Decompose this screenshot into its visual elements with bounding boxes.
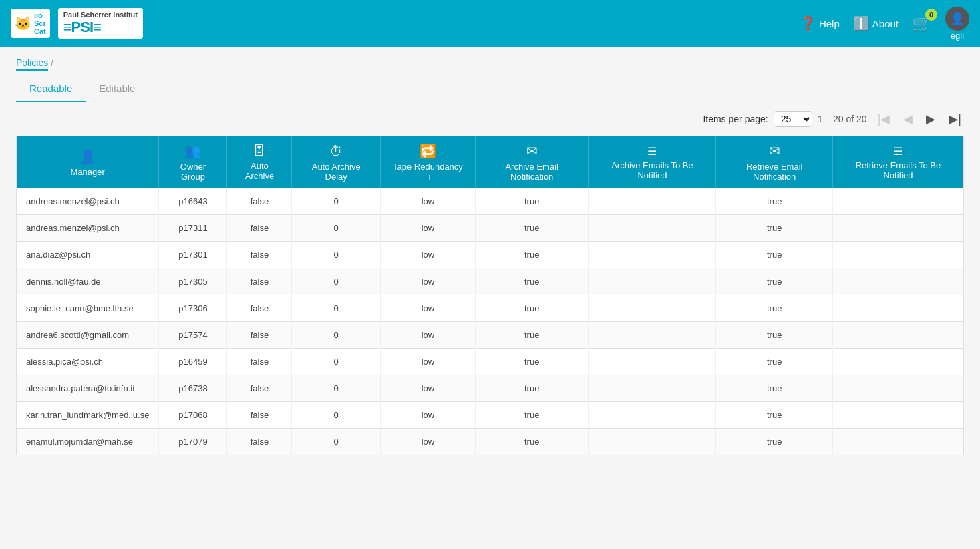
cell-auto_archive: false xyxy=(227,429,292,455)
cell-archive_emails_to_be_notified xyxy=(589,349,716,375)
cell-archive_emails_to_be_notified xyxy=(589,215,716,242)
items-per-page: Items per page: 10 25 50 100 ▾ xyxy=(703,111,809,127)
prev-page-button[interactable]: ◀ xyxy=(901,110,915,128)
sort-ascending-icon: ↑ xyxy=(427,172,431,182)
user-label: egli xyxy=(951,31,964,41)
col-header-retrieve-emails-notified[interactable]: ☰ Retrieve Emails To Be Notified xyxy=(832,136,963,189)
col-header-auto-archive[interactable]: 🗄 Auto Archive xyxy=(227,136,292,189)
tab-editable[interactable]: Editable xyxy=(86,76,148,102)
cell-retrieve_email_notification: true xyxy=(716,242,832,268)
archive-email-icon: ✉ xyxy=(484,143,581,159)
avatar-icon: 👤 xyxy=(950,11,965,26)
cell-retrieve_emails_to_be_notified xyxy=(832,429,963,455)
avatar[interactable]: 👤 xyxy=(945,7,969,31)
cell-auto_archive_delay: 0 xyxy=(292,268,381,295)
about-nav-item[interactable]: ℹ️ About xyxy=(853,15,899,31)
cell-owner_group: p16459 xyxy=(159,349,227,375)
cell-owner_group: p17574 xyxy=(159,322,227,349)
cell-auto_archive: false xyxy=(227,322,292,349)
help-label: Help xyxy=(819,18,840,29)
cell-auto_archive: false xyxy=(227,242,292,268)
help-nav-item[interactable]: ❓ Help xyxy=(800,15,840,31)
per-page-select[interactable]: 10 25 50 100 xyxy=(774,111,812,127)
cell-auto_archive: false xyxy=(227,349,292,375)
cell-archive_email_notification: true xyxy=(475,242,589,268)
cell-manager: karin.tran_lundmark@med.lu.se xyxy=(17,402,159,429)
col-header-manager[interactable]: 👤 Manager xyxy=(17,136,159,189)
owner-group-icon: 👥 xyxy=(167,143,218,159)
cell-auto_archive: false xyxy=(227,375,292,402)
psi-label: Paul Scherrer Institut≡PSI≡ xyxy=(63,11,138,36)
pagination-range: 1 – 20 of 20 xyxy=(818,114,867,124)
cell-retrieve_email_notification: true xyxy=(716,375,832,402)
scicat-label: iioSciCat xyxy=(34,11,46,35)
policies-table: 👤 Manager 👥 Owner Group 🗄 Auto Archive ⏱… xyxy=(16,136,964,455)
cell-retrieve_emails_to_be_notified xyxy=(832,402,963,429)
info-icon: ℹ️ xyxy=(853,15,870,31)
about-label: About xyxy=(872,18,899,29)
retrieve-email-icon: ✉ xyxy=(724,143,824,159)
cell-manager: andreas.menzel@psi.ch xyxy=(17,215,159,242)
cell-auto_archive: false xyxy=(227,295,292,322)
cell-owner_group: p17301 xyxy=(159,242,227,268)
cell-tape_redundancy: low xyxy=(381,375,476,402)
scicat-logo: 🐱 iioSciCat xyxy=(11,9,50,38)
cell-tape_redundancy: low xyxy=(381,268,476,295)
cell-auto_archive_delay: 0 xyxy=(292,429,381,455)
pagination-bar: Items per page: 10 25 50 100 ▾ 1 – 20 of… xyxy=(0,102,980,136)
cell-retrieve_email_notification: true xyxy=(716,402,832,429)
cell-tape_redundancy: low xyxy=(381,402,476,429)
cell-manager: alessandra.patera@to.infn.it xyxy=(17,375,159,402)
auto-archive-icon: 🗄 xyxy=(235,144,283,158)
col-header-auto-archive-delay[interactable]: ⏱ Auto Archive Delay xyxy=(292,136,381,189)
cell-auto_archive: false xyxy=(227,215,292,242)
cell-retrieve_emails_to_be_notified xyxy=(832,188,963,215)
col-header-archive-email-notification[interactable]: ✉ Archive Email Notification xyxy=(475,136,589,189)
last-page-button[interactable]: ▶| xyxy=(946,110,964,128)
col-header-owner-group[interactable]: 👥 Owner Group xyxy=(159,136,227,189)
next-page-button[interactable]: ▶ xyxy=(923,110,938,128)
cell-archive_email_notification: true xyxy=(475,402,589,429)
cell-archive_emails_to_be_notified xyxy=(589,242,716,268)
policies-table-container: 👤 Manager 👥 Owner Group 🗄 Auto Archive ⏱… xyxy=(0,136,980,472)
cell-manager: ana.diaz@psi.ch xyxy=(17,242,159,268)
user-menu[interactable]: 👤 egli xyxy=(945,7,969,41)
cell-archive_emails_to_be_notified xyxy=(589,375,716,402)
cell-manager: andrea6.scotti@gmail.com xyxy=(17,322,159,349)
tab-readable[interactable]: Readable xyxy=(16,76,86,102)
cell-retrieve_emails_to_be_notified xyxy=(832,295,963,322)
cell-retrieve_emails_to_be_notified xyxy=(832,242,963,268)
cell-retrieve_emails_to_be_notified xyxy=(832,322,963,349)
col-header-tape-redundancy[interactable]: 🔁 Tape Redundancy ↑ xyxy=(381,136,476,189)
cell-tape_redundancy: low xyxy=(381,295,476,322)
table-header-row: 👤 Manager 👥 Owner Group 🗄 Auto Archive ⏱… xyxy=(17,136,964,189)
table-body: andreas.menzel@psi.chp16643false0lowtrue… xyxy=(17,188,964,455)
psi-logo: Paul Scherrer Institut≡PSI≡ xyxy=(58,8,143,39)
col-header-archive-emails-notified[interactable]: ☰ Archive Emails To Be Notified xyxy=(589,136,716,189)
cell-manager: andreas.menzel@psi.ch xyxy=(17,188,159,215)
header-logos: 🐱 iioSciCat Paul Scherrer Institut≡PSI≡ xyxy=(11,8,143,39)
cell-retrieve_email_notification: true xyxy=(716,429,832,455)
table-row: dennis.noll@fau.dep17305false0lowtruetru… xyxy=(17,268,964,295)
col-header-retrieve-email-notification[interactable]: ✉ Retrieve Email Notification xyxy=(716,136,832,189)
cell-tape_redundancy: low xyxy=(381,429,476,455)
cell-archive_email_notification: true xyxy=(475,188,589,215)
auto-archive-delay-icon: ⏱ xyxy=(300,144,372,159)
cell-retrieve_email_notification: true xyxy=(716,322,832,349)
cell-retrieve_emails_to_be_notified xyxy=(832,349,963,375)
table-row: enamul.mojumdar@mah.sep17079false0lowtru… xyxy=(17,429,964,455)
cell-manager: dennis.noll@fau.de xyxy=(17,268,159,295)
header-nav: ❓ Help ℹ️ About 🛒 0 👤 egli xyxy=(800,7,969,41)
cell-tape_redundancy: low xyxy=(381,242,476,268)
cart-button[interactable]: 🛒 0 xyxy=(912,14,932,33)
cell-archive_email_notification: true xyxy=(475,322,589,349)
retrieve-emails-notified-icon: ☰ xyxy=(841,145,955,158)
cell-archive_emails_to_be_notified xyxy=(589,322,716,349)
cell-retrieve_email_notification: true xyxy=(716,268,832,295)
cell-auto_archive_delay: 0 xyxy=(292,242,381,268)
first-page-button[interactable]: |◀ xyxy=(875,110,893,128)
tape-redundancy-icon: 🔁 xyxy=(389,143,467,159)
cell-retrieve_emails_to_be_notified xyxy=(832,375,963,402)
breadcrumb-policies[interactable]: Policies xyxy=(16,57,48,71)
table-row: andreas.menzel@psi.chp17311false0lowtrue… xyxy=(17,215,964,242)
